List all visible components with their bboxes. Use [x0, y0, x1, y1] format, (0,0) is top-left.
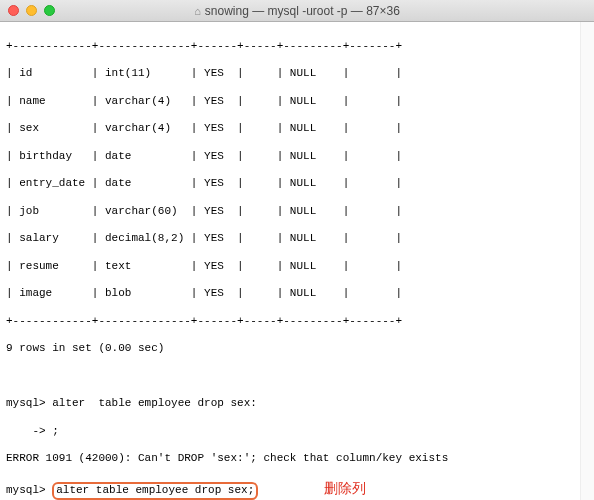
- rows-summary: 9 rows in set (0.00 sec): [6, 342, 588, 356]
- sql-command: mysql> alter table employee drop sex:: [6, 397, 588, 411]
- window-title-text: snowing — mysql -uroot -p — 87×36: [205, 4, 400, 18]
- scrollbar[interactable]: [580, 22, 594, 500]
- table-row: | id | int(11) | YES | | NULL | |: [6, 67, 588, 81]
- table-row: | sex | varchar(4) | YES | | NULL | |: [6, 122, 588, 136]
- table-row: | entry_date | date | YES | | NULL | |: [6, 177, 588, 191]
- table-row: | job | varchar(60) | YES | | NULL | |: [6, 205, 588, 219]
- sql-command-highlighted: mysql> alter table employee drop sex; 删除…: [6, 480, 588, 498]
- window-title: ⌂ snowing — mysql -uroot -p — 87×36: [0, 4, 594, 18]
- table-row: | birthday | date | YES | | NULL | |: [6, 150, 588, 164]
- home-icon: ⌂: [194, 5, 201, 17]
- sql-continuation: -> ;: [6, 425, 588, 439]
- close-icon[interactable]: [8, 5, 19, 16]
- table-row: | salary | decimal(8,2) | YES | | NULL |…: [6, 232, 588, 246]
- window-titlebar: ⌂ snowing — mysql -uroot -p — 87×36: [0, 0, 594, 22]
- table-row: | resume | text | YES | | NULL | |: [6, 260, 588, 274]
- highlight-box: alter table employee drop sex;: [52, 482, 258, 500]
- annotation-label: 删除列: [324, 480, 366, 496]
- table-row: | image | blob | YES | | NULL | |: [6, 287, 588, 301]
- table-row: | name | varchar(4) | YES | | NULL | |: [6, 95, 588, 109]
- table-sep: +------------+--------------+------+----…: [6, 315, 588, 329]
- terminal-output[interactable]: +------------+--------------+------+----…: [0, 22, 594, 500]
- minimize-icon[interactable]: [26, 5, 37, 16]
- traffic-lights[interactable]: [8, 5, 55, 16]
- zoom-icon[interactable]: [44, 5, 55, 16]
- error-message: ERROR 1091 (42000): Can't DROP 'sex:'; c…: [6, 452, 588, 466]
- table-sep: +------------+--------------+------+----…: [6, 40, 588, 54]
